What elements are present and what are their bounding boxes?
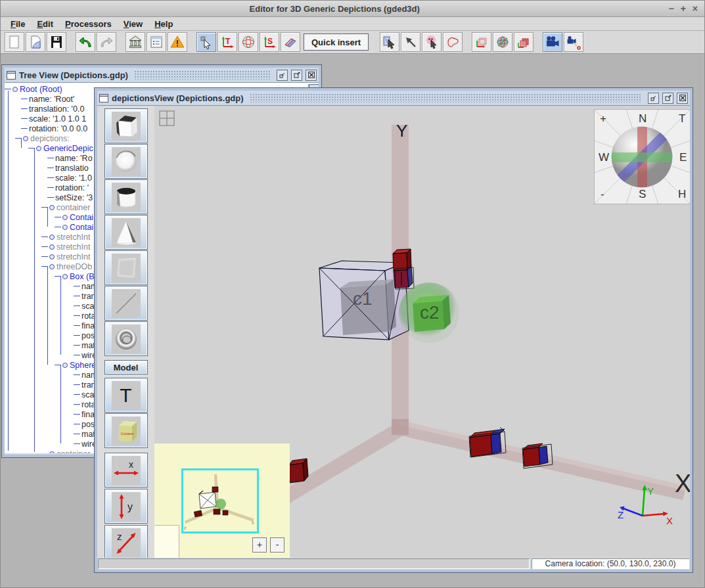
compass-top[interactable]: T bbox=[679, 112, 685, 125]
insert-model-button[interactable]: Model bbox=[104, 360, 148, 374]
home-button[interactable] bbox=[125, 32, 145, 52]
tree-view-icon bbox=[148, 34, 164, 50]
minimap-viewport[interactable]: x z bbox=[181, 468, 259, 533]
tree-panel-button[interactable] bbox=[147, 32, 166, 52]
group-select-button[interactable] bbox=[422, 32, 442, 52]
tree-connector bbox=[74, 296, 80, 296]
compass-east[interactable]: E bbox=[679, 151, 687, 164]
tree-expand-handle[interactable] bbox=[62, 225, 68, 230]
tree-maximize-button[interactable] bbox=[291, 70, 302, 81]
tree-expand-handle[interactable] bbox=[62, 274, 68, 279]
insert-container-button[interactable]: Container bbox=[104, 413, 148, 448]
compass-plus[interactable]: + bbox=[600, 112, 606, 125]
scale-mode-button[interactable]: S bbox=[260, 32, 279, 52]
lasso-select-button[interactable] bbox=[443, 32, 463, 52]
validate-button[interactable] bbox=[168, 32, 187, 52]
scale-view-button[interactable] bbox=[514, 32, 534, 52]
stretch-z-button[interactable]: z bbox=[104, 525, 148, 558]
tree-expand-handle[interactable] bbox=[62, 215, 68, 220]
minimap-zoom-in-button[interactable]: + bbox=[252, 537, 267, 553]
minimap-zoom-out-button[interactable]: - bbox=[270, 537, 284, 553]
compass-south[interactable]: S bbox=[639, 188, 646, 201]
insert-sphere-button[interactable] bbox=[104, 144, 148, 179]
tree-expand-handle[interactable] bbox=[49, 235, 55, 240]
rotate-mode-button[interactable] bbox=[239, 32, 258, 52]
save-icon bbox=[49, 34, 64, 50]
translate-view-button[interactable] bbox=[472, 32, 491, 52]
menu-processors[interactable]: Processors bbox=[59, 18, 118, 30]
insert-box-button[interactable] bbox=[104, 108, 148, 143]
tree-expand-handle[interactable] bbox=[49, 244, 55, 250]
camera-path-button[interactable] bbox=[564, 32, 583, 52]
new-file-button[interactable] bbox=[5, 32, 24, 52]
insert-line-button[interactable] bbox=[104, 286, 148, 321]
rotate-view-button[interactable] bbox=[493, 32, 512, 52]
insert-plane-button[interactable] bbox=[104, 250, 148, 285]
redo-button[interactable] bbox=[97, 32, 116, 52]
tree-expand-handle[interactable] bbox=[49, 254, 55, 260]
tree-expand-handle[interactable] bbox=[12, 87, 18, 92]
red-box-y-axis[interactable] bbox=[393, 249, 414, 289]
eraser-button[interactable] bbox=[281, 32, 300, 52]
tree-connector bbox=[74, 414, 80, 415]
tree-connector bbox=[47, 168, 54, 168]
insert-text-button[interactable]: T bbox=[104, 378, 148, 413]
red-box-z-axis[interactable] bbox=[288, 459, 308, 483]
view-maximize-button[interactable] bbox=[662, 93, 673, 104]
insert-cone-button[interactable] bbox=[104, 215, 148, 250]
tree-window-titlebar[interactable]: Tree View (Depictions.gdp) bbox=[5, 68, 319, 82]
tree-expand-handle[interactable] bbox=[49, 205, 55, 210]
view-window-titlebar[interactable]: depictionsView (Depictions.gdp) bbox=[97, 91, 690, 105]
view-close-button[interactable] bbox=[677, 93, 688, 104]
scale-mode-icon: S bbox=[262, 34, 277, 50]
tree-node-label: rota bbox=[81, 400, 96, 409]
menu-help[interactable]: Help bbox=[148, 18, 179, 30]
compass-west[interactable]: W bbox=[599, 151, 609, 164]
orientation-compass[interactable]: + N T W E - S H bbox=[594, 109, 690, 204]
undo-icon bbox=[78, 34, 93, 50]
grid-toggle-icon[interactable] bbox=[160, 111, 174, 125]
camera-path-icon bbox=[566, 34, 581, 50]
camera-mode-button[interactable] bbox=[543, 32, 562, 52]
tree-minimize-button[interactable] bbox=[277, 70, 288, 81]
compass-minus[interactable]: - bbox=[601, 188, 604, 201]
save-button[interactable] bbox=[47, 32, 66, 52]
tree-connector bbox=[55, 276, 61, 277]
select-mode-button[interactable] bbox=[196, 32, 216, 52]
translate-mode-button[interactable]: T bbox=[217, 32, 237, 52]
menu-file[interactable]: File bbox=[5, 18, 31, 30]
tree-connector bbox=[41, 266, 48, 267]
stretch-y-button[interactable]: y bbox=[104, 489, 148, 524]
insert-torus-button[interactable] bbox=[104, 321, 148, 356]
stretch-x-button[interactable]: x bbox=[104, 453, 148, 487]
tree-node-label: sca bbox=[81, 302, 94, 311]
undo-button[interactable] bbox=[76, 32, 95, 52]
menu-edit[interactable]: Edit bbox=[31, 18, 59, 30]
box-select-button[interactable] bbox=[380, 32, 399, 52]
tree-connector bbox=[21, 128, 28, 129]
tree-expand-handle[interactable] bbox=[49, 264, 55, 269]
tree-node-label: tran bbox=[81, 292, 96, 301]
open-file-icon bbox=[28, 34, 43, 50]
tree-expand-handle[interactable] bbox=[62, 363, 68, 368]
menu-view[interactable]: View bbox=[118, 18, 148, 30]
quick-insert-button[interactable]: Quick insert bbox=[304, 34, 369, 51]
tree-expand-handle[interactable] bbox=[36, 146, 41, 151]
scene-canvas[interactable]: c1 bbox=[154, 106, 690, 558]
compass-north[interactable]: N bbox=[639, 112, 647, 125]
tree-node-label: mat bbox=[81, 341, 95, 350]
tree-node-label: name: 'Ro bbox=[55, 154, 93, 163]
sphere-c2[interactable]: c2 bbox=[399, 283, 459, 343]
open-file-button[interactable] bbox=[26, 32, 45, 52]
compass-home[interactable]: H bbox=[678, 188, 686, 201]
tree-expand-handle[interactable] bbox=[23, 136, 28, 141]
tree-close-button[interactable] bbox=[306, 70, 317, 81]
tree-expand-handle[interactable] bbox=[49, 451, 55, 454]
close-button[interactable]: × bbox=[693, 3, 698, 14]
minimap-panel: x z + - bbox=[154, 443, 290, 558]
pointer-button[interactable] bbox=[401, 32, 421, 52]
maximize-button[interactable]: + bbox=[681, 3, 686, 14]
minimize-button[interactable]: − bbox=[668, 3, 673, 14]
view-minimize-button[interactable] bbox=[648, 93, 659, 104]
insert-cylinder-button[interactable] bbox=[104, 179, 148, 214]
